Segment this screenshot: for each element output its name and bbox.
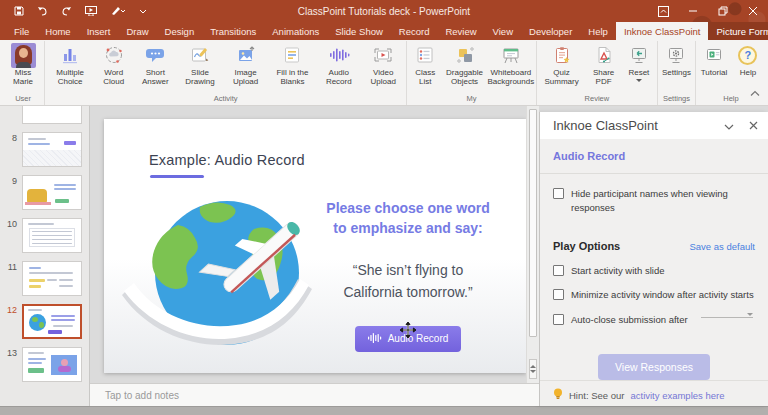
notes-placeholder: Tap to add notes (105, 390, 179, 401)
tab-insert[interactable]: Insert (79, 22, 119, 40)
class-list-icon (415, 43, 435, 67)
multiple-choice-button[interactable]: Multiple Choice (46, 41, 94, 87)
slide-thumbnail-11[interactable] (22, 261, 82, 296)
save-as-default-link[interactable]: Save as default (690, 241, 756, 252)
audio-record-button[interactable]: Audio Record (316, 41, 361, 87)
draggable-objects-icon (455, 43, 475, 67)
fill-in-the-blanks-button[interactable]: Fill in the Blanks (268, 41, 316, 87)
powerpoint-window: ClassPoint Tutorials deck - PowerPoint F… (0, 0, 768, 415)
start-with-slide-checkbox-row[interactable]: Start activity with slide (553, 264, 755, 278)
whiteboard-backgrounds-icon (500, 43, 522, 67)
panel-collapse-icon[interactable] (724, 118, 734, 133)
scrollbar-thumb[interactable] (529, 109, 537, 337)
activity-examples-link[interactable]: activity examples here (630, 390, 724, 401)
tab-file[interactable]: File (6, 22, 37, 40)
slide-thumbnail-8[interactable] (22, 132, 82, 167)
class-list-button[interactable]: Class List (408, 41, 442, 87)
qat-more-icon[interactable] (139, 7, 147, 15)
tab-review[interactable]: Review (437, 22, 484, 40)
slide-thumbnail-10[interactable] (22, 218, 82, 253)
slide-thumbnail-7[interactable] (22, 106, 82, 124)
tab-inknoe-classpoint[interactable]: Inknoe ClassPoint (616, 22, 709, 40)
word-cloud-icon (104, 43, 124, 67)
slide-thumbnail-9[interactable] (22, 175, 82, 210)
ribbon-group-settings: Settings Settings (657, 41, 695, 105)
slide-thumbnail-12[interactable] (22, 304, 82, 339)
share-pdf-button[interactable]: Share PDF (585, 41, 622, 87)
auto-close-duration-dropdown[interactable] (701, 313, 753, 318)
tab-home[interactable]: Home (37, 22, 78, 40)
panel-header: Inknoe ClassPoint (540, 112, 768, 139)
tab-record[interactable]: Record (391, 22, 438, 40)
slide-title-text[interactable]: Example: Audio Record (149, 152, 305, 168)
share-pdf-icon (594, 43, 614, 67)
quiz-summary-button[interactable]: Quiz Summary (538, 41, 586, 87)
restore-icon[interactable] (708, 0, 738, 22)
draggable-objects-button[interactable]: Draggable Objects (442, 41, 487, 87)
tab-transitions[interactable]: Transitions (202, 22, 264, 40)
auto-close-checkbox[interactable] (553, 314, 564, 325)
slide-drawing-button[interactable]: Slide Drawing (177, 41, 222, 87)
minimize-icon[interactable] (678, 0, 708, 22)
panel-body: Audio Record Hide participant names when… (540, 139, 768, 406)
video-upload-button[interactable]: Video Upload (361, 41, 405, 87)
close-icon[interactable] (738, 0, 768, 22)
slide-number: 9 (0, 175, 17, 210)
undo-icon[interactable] (37, 6, 48, 16)
slide-area-scrollbar (526, 106, 539, 383)
word-cloud-button[interactable]: Word Cloud (94, 41, 133, 87)
notes-area[interactable]: Tap to add notes (90, 383, 539, 406)
current-slide[interactable]: Example: Audio Record (104, 119, 526, 373)
auto-close-checkbox-row[interactable]: Auto-close submission after (553, 313, 755, 327)
waveform-icon (368, 332, 382, 346)
tab-animations[interactable]: Animations (264, 22, 327, 40)
minimize-window-checkbox-row[interactable]: Minimize activity window after activity … (553, 288, 755, 302)
tutorial-icon (704, 43, 724, 67)
tab-developer[interactable]: Developer (521, 22, 580, 40)
group-label-my: My (408, 93, 535, 105)
start-slideshow-icon[interactable] (85, 6, 97, 16)
hide-names-checkbox-row[interactable]: Hide participant names when viewing resp… (553, 187, 755, 215)
slide-drawing-icon (190, 43, 210, 67)
minimize-window-checkbox[interactable] (553, 289, 564, 300)
panel-title: Inknoe ClassPoint (553, 118, 658, 133)
ribbon-display-options-icon[interactable] (648, 0, 678, 22)
hide-names-checkbox[interactable] (553, 188, 564, 199)
window-controls (648, 0, 768, 22)
whiteboard-backgrounds-button[interactable]: Whiteboard Backgrounds (487, 41, 535, 87)
reset-button[interactable]: Reset (622, 41, 656, 82)
redo-icon[interactable] (61, 6, 72, 16)
fill-in-the-blanks-icon (282, 43, 302, 67)
user-profile-button[interactable]: Miss Marie (3, 41, 43, 87)
group-label-settings: Settings (659, 93, 694, 105)
tab-help[interactable]: Help (580, 22, 616, 40)
ribbon-group-user: Miss Marie User (2, 41, 44, 105)
save-icon[interactable] (14, 6, 24, 16)
ribbon-tab-row: File Home Insert Draw Design Transitions… (0, 22, 768, 40)
short-answer-button[interactable]: Short Answer (133, 41, 177, 87)
reset-dropdown-caret[interactable] (636, 79, 642, 82)
panel-close-icon[interactable] (749, 118, 758, 133)
tab-view[interactable]: View (485, 22, 521, 40)
tab-picture-format[interactable]: Picture Format (708, 22, 768, 40)
slide-thumbnail-panel: 8 9 10 (0, 106, 90, 406)
slide-thumbnail-13[interactable] (22, 347, 82, 382)
tab-design[interactable]: Design (157, 22, 203, 40)
pen-annotate-icon[interactable] (110, 6, 126, 16)
slide-nav-buttons[interactable] (529, 359, 537, 379)
slide-prompt-text[interactable]: Please choose one word to emphasize and … (302, 199, 514, 238)
tab-slide-show[interactable]: Slide Show (327, 22, 391, 40)
title-bar: ClassPoint Tutorials deck - PowerPoint (0, 0, 768, 22)
tab-draw[interactable]: Draw (118, 22, 156, 40)
image-upload-button[interactable]: Image Upload (223, 41, 269, 87)
slide-quote-text[interactable]: “She isn’t flying to California tomorrow… (302, 260, 514, 303)
view-responses-button[interactable]: View Responses (598, 354, 710, 380)
start-with-slide-checkbox[interactable] (553, 265, 564, 276)
slide-audio-record-button[interactable]: Audio Record (355, 326, 462, 352)
ribbon-group-my: Class List Draggable Objects Whiteboard … (406, 41, 536, 105)
collapse-ribbon-icon[interactable] (750, 83, 760, 101)
slide-canvas: Example: Audio Record (90, 106, 539, 383)
tutorial-button[interactable]: Tutorial (697, 41, 731, 77)
settings-button[interactable]: Settings (659, 41, 693, 77)
help-button[interactable]: ? Help (731, 41, 765, 77)
